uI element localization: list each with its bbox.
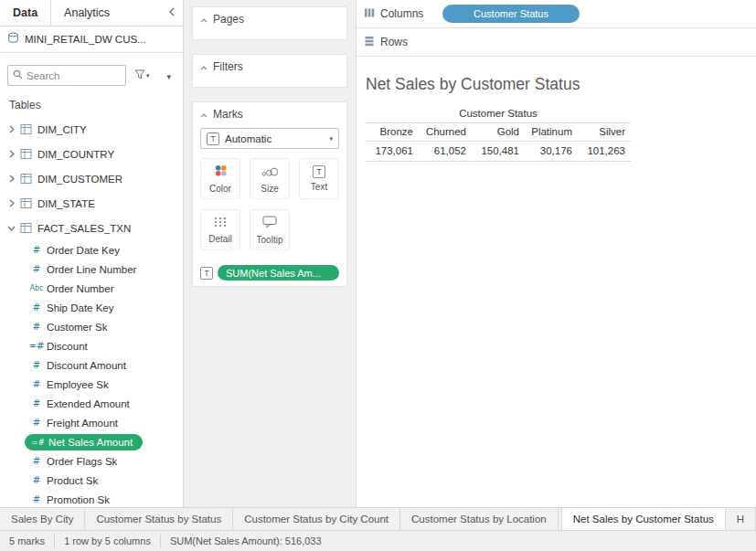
chevron-up-icon [200,108,208,121]
selected-field-pill[interactable]: =# Net Sales Amount [25,434,143,450]
field-label: Discount Amount [47,360,126,371]
mark-type-dropdown[interactable]: T Automatic ▾ [200,128,339,149]
field-row[interactable]: #Promotion Sk [0,490,183,507]
column-header[interactable]: Silver [578,123,631,141]
table-label: DIM_CUSTOMER [37,174,122,185]
table-label: DIM_STATE [37,198,95,209]
tooltip-button[interactable]: Tooltip [250,209,290,250]
text-mark-icon: T [207,132,219,145]
table-list: DIM_CITY DIM_COUNTRY DIM_CUSTOMER DIM_ST… [0,117,183,507]
value-cell[interactable]: 150,481 [472,142,525,161]
field-row[interactable]: #Order Flags Sk [0,451,183,471]
field-label: Order Date Key [47,245,120,256]
filter-fields-button[interactable]: ▾ [134,69,150,82]
value-cell[interactable]: 101,263 [578,142,631,161]
rows-shelf-label: Rows [364,36,435,49]
field-label: Order Line Number [47,264,136,275]
pages-card[interactable]: Pages [192,6,347,40]
table-row[interactable]: DIM_CUSTOMER [0,166,183,191]
table-row[interactable]: DIM_COUNTRY [0,142,183,166]
field-row[interactable]: AbcOrder Number [0,279,183,298]
chevron-right-icon[interactable] [5,175,18,183]
table-size: 1 row by 5 columns [55,535,160,546]
search-row: ▾ ▾ [7,65,176,86]
columns-shelf[interactable]: Columns Customer Status [357,0,756,28]
size-button[interactable]: Size [250,158,290,199]
search-icon [13,69,23,82]
sheet-tab-active[interactable]: Net Sales by Customer Status [561,508,726,530]
field-row-selected[interactable]: =# Net Sales Amount [0,432,183,451]
sheet-tab[interactable]: Customer Status by Status [85,508,233,530]
field-row[interactable]: #Extended Amount [0,394,183,413]
size-label: Size [261,184,278,194]
chevron-down-icon[interactable] [5,226,18,231]
dimension-pill[interactable]: Customer Status [442,5,580,23]
field-row[interactable]: #Product Sk [0,471,183,490]
marks-card-title: Marks [213,108,243,121]
worksheet-view: Net Sales by Customer Status Customer St… [357,57,756,507]
column-header[interactable]: Platinum [525,123,578,141]
chevron-right-icon[interactable] [5,199,18,207]
column-header[interactable]: Churned [419,123,472,141]
field-row[interactable]: #Customer Sk [0,317,183,336]
number-field-icon: # [27,475,47,485]
sheet-tab[interactable]: Sales By City [0,508,85,530]
number-field-icon: # [27,456,47,466]
caret-down-icon: ▾ [166,72,171,81]
tab-analytics[interactable]: Analytics [51,0,122,26]
table-icon [20,222,32,234]
rows-shelf[interactable]: Rows [357,28,756,57]
collapse-pane-button[interactable] [169,0,183,26]
mark-type-value: Automatic [225,133,272,144]
text-button[interactable]: T Text [299,158,339,199]
search-input[interactable] [27,70,121,81]
columns-shelf-label: Columns [364,7,435,21]
pane-tab-bar: Data Analytics [0,0,183,26]
sheet-title[interactable]: Net Sales by Customer Status [366,75,580,94]
column-dimension-header[interactable]: Customer Status [366,104,631,122]
field-label: Net Sales Amount [48,437,133,448]
datasource-row[interactable]: MINI_RETAIL_DW CUS... [0,26,183,53]
table-icon [20,173,32,185]
value-cell[interactable]: 30,176 [525,142,578,161]
chevron-right-icon[interactable] [5,150,18,158]
column-headers-row: Bronze Churned Gold Platinum Silver [366,122,631,142]
columns-label-text: Columns [380,7,423,20]
field-row[interactable]: #Ship Date Key [0,298,183,317]
column-header[interactable]: Bronze [366,123,419,141]
sheet-tab[interactable]: Customer Status by Location [400,508,559,530]
chevron-right-icon[interactable] [5,125,18,133]
caret-down-icon: ▾ [329,135,333,142]
field-row[interactable]: #Freight Amount [0,413,183,432]
field-row[interactable]: =#Discount [0,336,183,355]
value-cell[interactable]: 61,052 [419,142,472,161]
sheet-tab-partial[interactable]: H [726,508,756,530]
tooltip-icon [262,216,277,231]
color-button[interactable]: Color [200,158,240,199]
pane-options-menu-button[interactable]: ▾ [166,69,176,82]
table-row[interactable]: DIM_STATE [0,191,183,216]
value-cell[interactable]: 173,061 [366,142,419,161]
number-field-icon: # [27,494,47,504]
rows-label-text: Rows [380,36,408,48]
tab-data[interactable]: Data [0,0,51,26]
field-row[interactable]: #Order Date Key [0,240,183,260]
detail-button[interactable]: Detail [200,209,240,250]
column-header[interactable]: Gold [472,123,525,141]
field-row[interactable]: #Employee Sk [0,375,183,394]
values-row: 173,061 61,052 150,481 30,176 101,263 [366,142,631,162]
search-box[interactable] [7,65,126,86]
table-icon [20,148,32,160]
text-encoding-icon[interactable]: T [200,267,213,280]
table-row-expanded[interactable]: FACT_SALES_TXN [0,216,183,240]
field-row[interactable]: #Order Line Number [0,260,183,279]
filters-card[interactable]: Filters [192,54,347,88]
tables-heading: Tables [9,99,174,111]
color-label: Color [209,184,231,194]
sheet-tab[interactable]: Customer Status by City Count [233,508,400,530]
measure-pill[interactable]: SUM(Net Sales Am... [218,265,339,281]
table-row[interactable]: DIM_CITY [0,117,183,142]
table-label: FACT_SALES_TXN [37,223,131,234]
number-field-icon: # [27,418,47,428]
field-row[interactable]: #Discount Amount [0,355,183,375]
